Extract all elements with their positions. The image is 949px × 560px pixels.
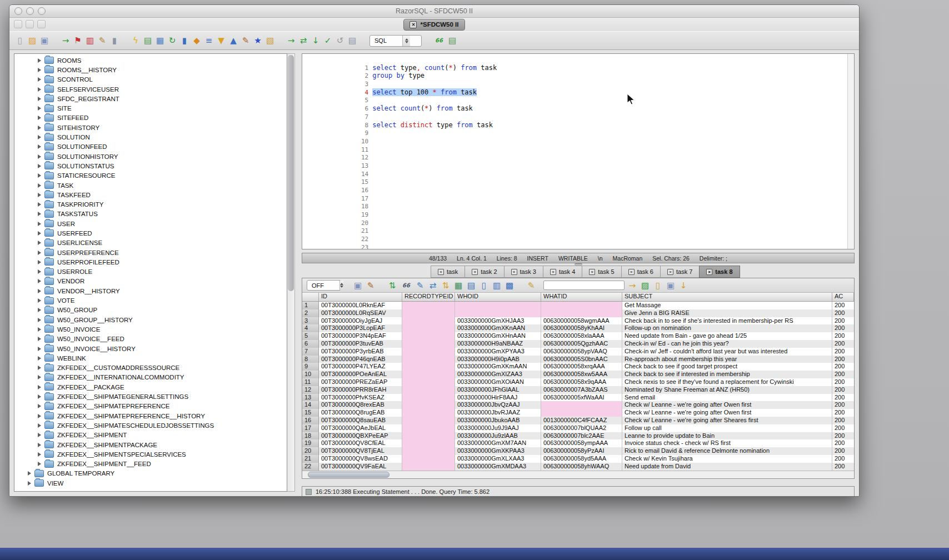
expand-arrow-icon[interactable] (38, 452, 41, 457)
sql-mode-select[interactable]: SQL (369, 35, 422, 47)
cell-whoid[interactable]: 0033000000Ju9zlAAB (455, 432, 541, 440)
results-grid-icon[interactable]: ▤ (447, 36, 457, 46)
tree-item[interactable]: ROOMS (14, 56, 287, 65)
cell-whatid[interactable]: 00630000005S0bnAAC (541, 356, 622, 363)
cell-ac[interactable]: 200 (832, 455, 854, 463)
cell-whoid[interactable]: 0033000000H9aNBAAZ (455, 340, 541, 348)
tree-item[interactable]: ZKFEDEX__SHIPMATEPREFERENCE__HISTORY (14, 411, 287, 421)
cell-ac[interactable]: 200 (832, 386, 854, 394)
cell-whoid[interactable]: 0033000000JbvQzAAJ (455, 401, 541, 409)
cell-ac[interactable]: 200 (832, 417, 854, 424)
cell-whatid[interactable]: 006300000058x9qAAA (541, 378, 622, 386)
cell-id[interactable]: 00T3000000POeAnEAL (319, 371, 402, 378)
result-tab[interactable]: ✕ task 4 (543, 266, 582, 278)
cell-whatid[interactable]: 006300000058xrqAAA (541, 363, 622, 371)
row-number-cell[interactable]: 11 (302, 378, 319, 386)
column-header-ac[interactable]: AC (832, 293, 854, 301)
cell-recordtypeid[interactable] (402, 356, 455, 363)
cell-subject[interactable]: Nominated by Shane Freeman at ANZ (HR50) (622, 386, 832, 394)
validate-icon[interactable]: ✓ (323, 36, 333, 46)
cell-id[interactable]: 00T3000000QV8CfEAL (319, 439, 402, 447)
cell-recordtypeid[interactable] (402, 340, 455, 348)
tree-item[interactable]: W50_GROUP__HISTORY (14, 315, 287, 324)
cell-whoid[interactable]: 0033000000GmXMDAA3 (455, 463, 541, 471)
form-view-icon[interactable]: ▤ (466, 281, 476, 291)
row-limit-select[interactable]: OFF (307, 280, 341, 291)
tree-item[interactable]: VENDOR (14, 277, 287, 286)
tree-item[interactable]: W50_GROUP (14, 306, 287, 315)
cell-whatid[interactable] (541, 401, 622, 409)
cell-ac[interactable]: 200 (832, 432, 854, 440)
cell-whatid[interactable]: 0013000000C4fFCAAZ (541, 417, 622, 424)
connect-db-icon[interactable]: → (61, 36, 71, 46)
row-number-cell[interactable]: 2 (302, 309, 319, 317)
document-tab[interactable]: ✕ *SFDCW50 II (403, 19, 464, 31)
expand-arrow-icon[interactable] (38, 366, 41, 370)
expand-arrow-icon[interactable] (38, 356, 41, 361)
cell-recordtypeid[interactable] (402, 401, 455, 409)
close-result-tab-icon[interactable]: ✕ (667, 269, 673, 275)
cell-whoid[interactable]: 0033000000GmXKmAAN (455, 363, 541, 371)
cell-subject[interactable]: Check back to see if interested in membe… (622, 371, 832, 378)
refresh-icon[interactable]: ↻ (167, 36, 177, 46)
cell-whatid[interactable]: 00630000007A3bZAAS (541, 386, 622, 394)
tree-item[interactable]: TASKFEED (14, 190, 287, 199)
cell-subject[interactable]: Check w/ Leanne - we're going after Owen… (622, 401, 832, 409)
go-forward-icon[interactable]: → (286, 36, 296, 46)
cell-whatid[interactable]: 006300000058ympAAA (541, 439, 622, 447)
close-result-tab-icon[interactable]: ✕ (438, 269, 444, 275)
column-header-subject[interactable]: SUBJECT (622, 293, 832, 301)
cell-subject[interactable]: Check nexis to see if they've found a re… (622, 378, 832, 386)
row-number-cell[interactable]: 21 (302, 455, 319, 463)
cell-subject[interactable]: Check w/ Leanne - we're going after Shea… (622, 417, 832, 424)
mini-window-icon[interactable] (26, 20, 34, 28)
row-number-cell[interactable]: 13 (302, 394, 319, 402)
expand-arrow-icon[interactable] (28, 481, 31, 486)
row-number-cell[interactable]: 14 (302, 401, 319, 409)
tree-item[interactable]: VOTE (14, 296, 287, 305)
tree-item[interactable]: ZKFEDEX__SHIPMENTSPECIALSERVICES (14, 449, 287, 459)
cell-whatid[interactable]: 006300000058wgmAAA (541, 317, 622, 325)
switch-statement-icon[interactable]: ⇄ (298, 36, 308, 46)
cell-whoid[interactable]: 0033000000GmXHJAA3 (455, 317, 541, 325)
tree-item[interactable]: W50_INVOICE (14, 324, 287, 334)
cell-whatid[interactable]: 006300000058yhWAAQ (541, 463, 622, 471)
table-row[interactable]: 9 00T3000000P47LYEAZ 0033000000GmXKmAAN … (302, 363, 854, 371)
cell-subject[interactable]: Check-in w/ Jeff - couldn't afford last … (622, 348, 832, 356)
cell-recordtypeid[interactable] (402, 378, 455, 386)
mini-window-icon[interactable] (37, 20, 46, 28)
cell-whatid[interactable]: 006300000058yPzAAI (541, 447, 622, 455)
cell-subject[interactable]: Check w/ Leanne - we're going after Owen… (622, 409, 832, 417)
cell-whatid[interactable]: 006300000058xw5AAA (541, 371, 622, 378)
tree-item[interactable]: USERPROFILEFEED (14, 257, 287, 267)
table-row[interactable]: 15 00T3000000Q8rugEAB 0033000000JbvRJAAZ… (302, 409, 854, 417)
query-list-icon[interactable]: ≡ (204, 36, 214, 46)
cell-subject[interactable]: Give Jenn a BIG RAISE (622, 309, 832, 317)
cell-whatid[interactable]: 006300000058ypVAAQ (541, 348, 622, 356)
tree-item[interactable]: VIEW (14, 478, 287, 488)
tree-item[interactable]: USERFEED (14, 228, 287, 238)
table-row[interactable]: 7 00T3000000P3yrbEAB 0033000000GmXPYAA3 … (302, 348, 854, 356)
expand-arrow-icon[interactable] (38, 269, 41, 274)
close-result-tab-icon[interactable]: ✕ (550, 269, 556, 275)
table-row[interactable]: 2 00T3000000L0RqSEAV Give Jenn a BIG RAI… (302, 309, 854, 317)
expand-arrow-icon[interactable] (38, 202, 41, 207)
cell-whoid[interactable]: 0033000000GmXKnAAN (455, 324, 541, 332)
expand-arrow-icon[interactable] (38, 375, 41, 379)
cell-whoid[interactable] (455, 302, 541, 309)
cell-recordtypeid[interactable] (402, 348, 455, 356)
cell-id[interactable]: 00T3000000P3LopEAF (319, 324, 402, 332)
cell-ac[interactable]: 200 (832, 447, 854, 455)
cell-subject[interactable]: Get Massage (622, 302, 832, 309)
editor-scrollbar[interactable] (847, 54, 854, 249)
tree-item[interactable]: SITE (14, 103, 287, 113)
cell-id[interactable]: 00T3000000Q8rugEAB (319, 409, 402, 417)
tree-item[interactable]: SFDC_REGISTRANT (14, 94, 287, 103)
cell-recordtypeid[interactable] (402, 447, 455, 455)
tree-item[interactable]: ZKFEDEX__CUSTOMADDRESSSOURCE (14, 363, 287, 373)
cell-subject[interactable]: Need update from Bain - gave go ahead 1/… (622, 332, 832, 340)
table-row[interactable]: 20 00T3000000QV8TjEAL 0033000000GmXKPAA3… (302, 447, 854, 455)
expand-arrow-icon[interactable] (38, 394, 41, 399)
cell-ac[interactable]: 200 (832, 324, 854, 332)
cell-id[interactable]: 00T3000000P46qnEAB (319, 356, 402, 363)
